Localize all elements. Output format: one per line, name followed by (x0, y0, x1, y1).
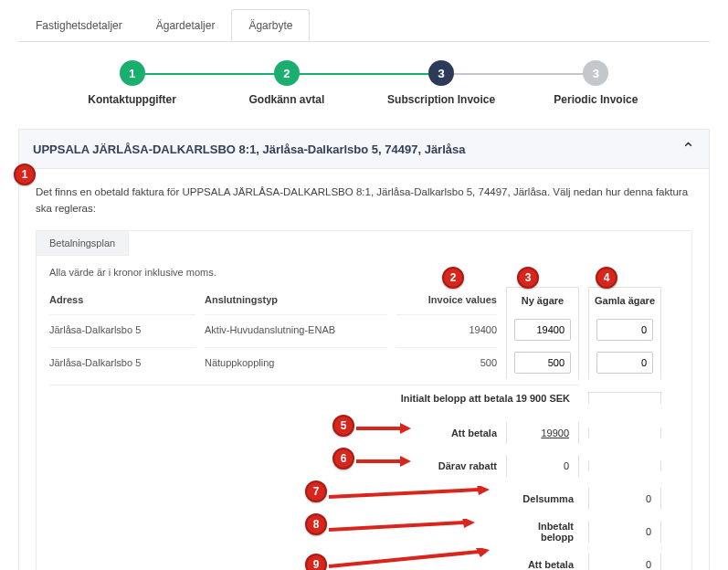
annotation-badge-4: 4 (596, 267, 617, 289)
svg-marker-7 (462, 519, 475, 528)
cell-invoice: 19400 (396, 314, 497, 344)
tab-agardetaljer[interactable]: Ägardetaljer (139, 9, 233, 41)
att-betala-label: Att betala (396, 428, 497, 438)
col-invoice: Invoice values (396, 287, 497, 312)
cell-address: Järlåsa-Dalkarlsbo 5 (49, 347, 195, 377)
col-new-owner: Ny ägare (506, 287, 579, 313)
step-2-label: Godkänn avtal (209, 93, 364, 106)
step-3-label: Subscription Invoice (364, 93, 519, 106)
tab-agarbyte[interactable]: Ägarbyte (231, 9, 310, 41)
annotation-badge-7: 7 (305, 480, 327, 502)
step-4[interactable]: 3 Periodic Invoice (519, 60, 673, 106)
property-title: UPPSALA JÄRLÅSA-DALKARLSBO 8:1, Järlåsa-… (33, 142, 465, 156)
col-old-owner: Gamla ägare (588, 287, 661, 313)
property-accordion-header[interactable]: UPPSALA JÄRLÅSA-DALKARLSBO 8:1, Järlåsa-… (18, 129, 710, 169)
cell-conn: Nätuppkoppling (205, 347, 387, 377)
darav-rabatt-label: Därav rabatt (396, 460, 497, 471)
svg-marker-5 (477, 486, 490, 495)
step-1-label: Kontaktuppgifter (55, 93, 209, 106)
cell-address: Järlåsa-Dalkarlsbo 5 (49, 314, 195, 344)
delsumma-value: 0 (588, 488, 661, 510)
initial-amount-label: Initialt belopp att betala 19 900 SEK (49, 385, 579, 411)
annotation-badge-6: 6 (332, 448, 354, 470)
annotation-badge-8: 8 (305, 513, 327, 535)
delsumma-label: Delsumma (506, 493, 579, 504)
currency-note: Alla värde är i kronor inklusive moms. (49, 267, 679, 278)
input-old-owner-row2[interactable] (596, 352, 653, 374)
inbetalt-label: Inbetalt belopp (506, 521, 579, 543)
step-4-label: Periodic Invoice (519, 93, 673, 106)
col-address: Adress (49, 287, 195, 312)
payment-plan-panel: Betalningsplan Alla värde är i kronor in… (36, 230, 692, 570)
cell-conn: Aktiv-Huvudanslutning-ENAB (205, 314, 387, 344)
att-betala2-value: 0 (588, 554, 661, 570)
svg-marker-3 (400, 456, 411, 467)
step-1-circle: 1 (120, 60, 145, 86)
step-3[interactable]: 3 Subscription Invoice (364, 60, 519, 106)
chevron-up-icon: ⌃ (681, 141, 695, 157)
svg-line-4 (329, 490, 479, 497)
input-old-owner-row1[interactable] (596, 319, 653, 341)
input-new-owner-row2[interactable] (514, 352, 571, 374)
annotation-badge-1: 1 (14, 164, 36, 185)
table-row: Järlåsa-Dalkarlsbo 5 Aktiv-Huvudanslutni… (49, 313, 679, 346)
inbetalt-value: 0 (588, 521, 661, 543)
col-conn: Anslutningstyp (205, 287, 387, 312)
wizard-stepper: 1 Kontaktuppgifter 2 Godkänn avtal 3 Sub… (18, 42, 710, 120)
svg-line-6 (329, 522, 464, 530)
tab-betalningsplan[interactable]: Betalningsplan (37, 231, 129, 256)
invoice-table-header: Adress Anslutningstyp Invoice values Ny … (49, 287, 679, 313)
annotation-badge-2: 2 (442, 267, 464, 289)
top-tabs: Fastighetsdetaljer Ägardetaljer Ägarbyte (18, 9, 710, 42)
cell-invoice: 500 (396, 347, 497, 377)
step-4-circle: 3 (583, 60, 608, 86)
property-panel: 1 Det finns en obetald faktura för UPPSA… (18, 169, 710, 570)
step-1[interactable]: 1 Kontaktuppgifter (55, 60, 209, 106)
att-betala-value[interactable]: 19900 (506, 422, 579, 444)
table-row: Järlåsa-Dalkarlsbo 5 Nätuppkoppling 500 (49, 346, 679, 379)
intro-text: Det finns en obetald faktura för UPPSALA… (36, 184, 692, 217)
step-2-circle: 2 (274, 60, 300, 86)
tab-fastighetsdetaljer[interactable]: Fastighetsdetaljer (18, 9, 140, 41)
darav-rabatt-value: 0 (506, 455, 579, 477)
svg-marker-1 (400, 423, 411, 434)
annotation-badge-5: 5 (332, 415, 354, 437)
svg-line-8 (329, 552, 479, 566)
step-3-circle: 3 (428, 60, 454, 86)
step-2[interactable]: 2 Godkänn avtal (209, 60, 364, 106)
annotation-badge-3: 3 (517, 267, 539, 289)
input-new-owner-row1[interactable] (514, 319, 571, 341)
att-betala2-label: Att betala (506, 559, 579, 570)
annotation-badge-9: 9 (305, 554, 327, 570)
